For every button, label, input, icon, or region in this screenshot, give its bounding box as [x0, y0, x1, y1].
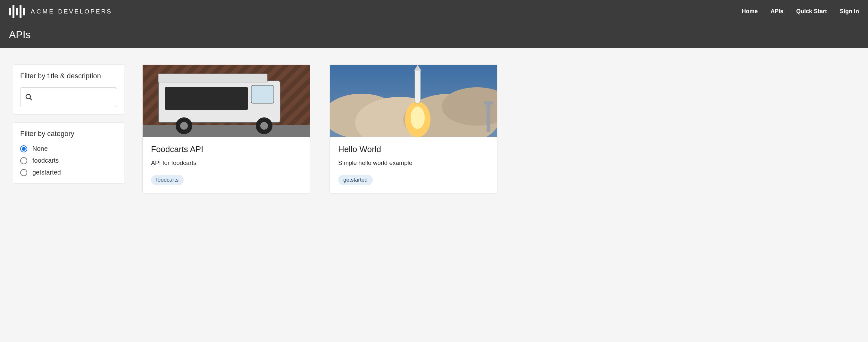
svg-rect-18: [487, 103, 490, 132]
filter-text-panel: Filter by title & description: [13, 64, 124, 115]
search-field-wrap[interactable]: [20, 87, 117, 107]
card-title: Foodcarts API: [151, 144, 302, 154]
logo-bars-icon: [9, 5, 25, 18]
brand-developers: DEVELOPERS: [58, 8, 112, 15]
card-tags: getstarted: [338, 175, 489, 185]
brand-logo[interactable]: ACME DEVELOPERS: [9, 5, 112, 18]
radio-icon: [20, 169, 27, 176]
radio-icon: [20, 157, 27, 164]
nav-apis[interactable]: APIs: [771, 8, 783, 15]
tag-chip[interactable]: foodcarts: [151, 175, 184, 185]
filter-category-panel: Filter by category None foodcarts getsta…: [13, 122, 124, 183]
main-content: Filter by title & description Filter by …: [0, 48, 868, 210]
radio-label: getstarted: [32, 169, 61, 176]
category-radio-list: None foodcarts getstarted: [20, 145, 117, 176]
filter-category-title: Filter by category: [20, 130, 117, 138]
svg-point-15: [411, 107, 425, 129]
card-title: Hello World: [338, 144, 489, 154]
radio-label: foodcarts: [32, 157, 59, 164]
svg-rect-3: [165, 87, 248, 110]
card-tags: foodcarts: [151, 175, 302, 185]
category-radio-getstarted[interactable]: getstarted: [20, 169, 117, 176]
svg-rect-16: [415, 68, 421, 103]
card-image: [143, 65, 310, 137]
card-body: Foodcarts API API for foodcarts foodcart…: [143, 137, 310, 194]
api-card-foodcarts[interactable]: Foodcarts API API for foodcarts foodcart…: [142, 64, 310, 194]
nav-home[interactable]: Home: [742, 8, 758, 15]
search-icon: [25, 93, 33, 101]
svg-point-9: [260, 122, 268, 130]
brand-acme: ACME: [31, 8, 55, 15]
svg-rect-5: [158, 74, 267, 82]
brand-text: ACME DEVELOPERS: [31, 8, 112, 15]
svg-line-1: [30, 98, 32, 100]
svg-rect-4: [251, 85, 274, 103]
api-card-grid: Foodcarts API API for foodcarts foodcart…: [142, 64, 855, 194]
filter-sidebar: Filter by title & description Filter by …: [13, 64, 124, 183]
radio-icon: [20, 145, 27, 152]
tag-chip[interactable]: getstarted: [338, 175, 373, 185]
header-sub-bar: APIs: [0, 23, 868, 48]
page-title: APIs: [9, 29, 859, 41]
svg-point-0: [26, 94, 30, 99]
radio-label: None: [32, 145, 48, 152]
api-card-helloworld[interactable]: Hello World Simple hello world example g…: [330, 64, 497, 194]
card-image: [330, 65, 497, 137]
svg-rect-19: [484, 102, 493, 105]
top-nav: Home APIs Quick Start Sign In: [742, 8, 859, 15]
category-radio-foodcarts[interactable]: foodcarts: [20, 157, 117, 164]
filter-text-title: Filter by title & description: [20, 72, 117, 80]
card-description: Simple hello world example: [338, 160, 489, 167]
card-description: API for foodcarts: [151, 160, 302, 167]
svg-point-7: [180, 122, 188, 130]
svg-marker-17: [414, 65, 421, 70]
card-body: Hello World Simple hello world example g…: [330, 137, 497, 194]
nav-signin[interactable]: Sign In: [840, 8, 859, 15]
search-input[interactable]: [36, 94, 112, 101]
nav-quickstart[interactable]: Quick Start: [796, 8, 827, 15]
header-top-bar: ACME DEVELOPERS Home APIs Quick Start Si…: [0, 0, 868, 23]
category-radio-none[interactable]: None: [20, 145, 117, 152]
